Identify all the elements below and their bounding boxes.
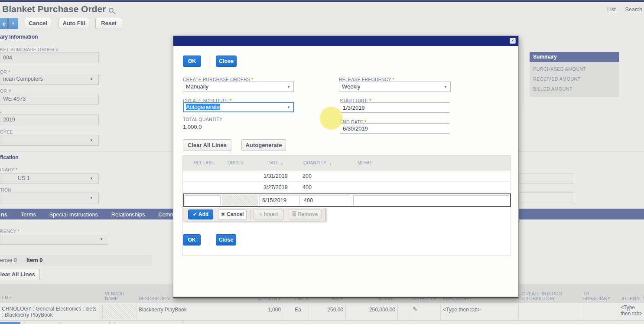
schedule-row[interactable]: 1/31/2019 200: [183, 170, 511, 182]
currency-select[interactable]: [0, 234, 108, 245]
clear-all-lines-button-bg[interactable]: lear All Lines: [0, 269, 40, 280]
col-quantity: QUANTITY: [303, 160, 326, 165]
tab-relationships[interactable]: Relationships: [111, 211, 145, 218]
field-label-vendor-number: OR #: [0, 88, 11, 94]
clear-all-lines-button[interactable]: Clear All Lines: [183, 139, 231, 151]
modal-close-button-top[interactable]: Close: [216, 56, 237, 67]
tab-items[interactable]: ns: [1, 211, 7, 218]
list-link[interactable]: List: [607, 7, 615, 13]
cancel-row-button[interactable]: ✖ Cancel: [218, 209, 247, 219]
employee-select[interactable]: [0, 135, 99, 146]
edit-order-cell-locked: [222, 195, 258, 206]
modal-ok-button-bottom[interactable]: OK: [183, 234, 201, 245]
right-bg-input[interactable]: [520, 173, 574, 184]
summary-row-billed-amount: BILLED AMOUNT: [533, 86, 615, 92]
summary-row-received-amount: RECEIVED AMOUNT: [533, 76, 615, 82]
cell-divider: [137, 304, 137, 321]
cell-divider: [440, 304, 441, 321]
cell-divider: [397, 304, 398, 321]
col-journal: JOURNAL #: [621, 296, 644, 301]
location-select[interactable]: [0, 193, 99, 203]
modal-ok-button-top[interactable]: OK: [183, 56, 201, 67]
section-primary-information: ary Information: [0, 34, 38, 40]
edit-quantity-input[interactable]: [301, 195, 350, 205]
search-link[interactable]: Search: [625, 7, 642, 13]
vendor-number-input[interactable]: WE-4973: [0, 94, 99, 105]
col-order: ORDER: [228, 160, 244, 165]
required-asterisk: *: [16, 167, 17, 172]
cell-journal[interactable]: <Type then tab>: [621, 304, 644, 317]
date-input[interactable]: 2019: [0, 115, 99, 125]
button-divider: [209, 56, 209, 67]
autogenerate-button[interactable]: Autogenerate: [241, 139, 286, 151]
bottom-button-top[interactable]: [62, 322, 110, 324]
edit-release-input[interactable]: [185, 195, 221, 205]
col-to-subsidiary: TO SUBSIDIARY: [583, 291, 613, 301]
save-button-partial[interactable]: e: [0, 18, 8, 29]
create-purchase-orders-select[interactable]: Manually: [183, 82, 294, 92]
tab-special-instructions[interactable]: Special Instructions: [49, 211, 98, 218]
bottom-button-top-blue[interactable]: [0, 322, 20, 324]
field-label-bpo-number: KET PURCHASE ORDER #: [0, 47, 59, 52]
subtab-expense[interactable]: ense 0: [0, 257, 17, 263]
modal-close-x-button[interactable]: ×: [510, 38, 516, 44]
col-vendor-name: VENDOR NAME: [105, 291, 135, 301]
modal-close-button-bottom[interactable]: Close: [216, 234, 236, 245]
add-row-button[interactable]: ✔ Add: [188, 209, 213, 219]
field-label-employee: OYEE: [0, 129, 13, 134]
col-date: DATE: [267, 160, 279, 165]
cell-purchases[interactable]: <Type then tab>: [443, 307, 481, 313]
reset-button[interactable]: Reset: [95, 18, 122, 29]
subtab-strip: [0, 255, 152, 266]
cell-description: Blackberry PlayBook: [139, 307, 187, 313]
cell-rate: 250.00: [311, 307, 343, 313]
auto-fill-button[interactable]: Auto Fill: [59, 18, 89, 29]
bottom-button-top[interactable]: [24, 322, 60, 324]
col-item: EM: [2, 295, 9, 300]
cell-divider: [581, 304, 581, 321]
action-divider: [250, 209, 251, 219]
item-table-row[interactable]: CHNOLOGY : General Electronics : blets :…: [0, 304, 644, 321]
vendor-select[interactable]: rican Computers: [0, 74, 99, 85]
bottom-button-top[interactable]: [114, 322, 182, 324]
modal-title-bar[interactable]: ×: [173, 36, 518, 46]
end-date-input[interactable]: [340, 123, 450, 134]
edit-schedule-pencil-icon[interactable]: ✎: [413, 306, 417, 312]
schedule-edit-row[interactable]: [183, 193, 511, 207]
release-frequency-select[interactable]: Weekly: [339, 82, 451, 92]
create-schedule-select-focused[interactable]: Autogenerate: [183, 102, 294, 112]
search-icon[interactable]: [109, 8, 114, 13]
cell-divider: [309, 304, 309, 321]
click-highlight-circle: [320, 107, 343, 130]
tab-terms[interactable]: Terms: [21, 211, 36, 218]
subtab-item[interactable]: Item 0: [26, 257, 43, 263]
topbar-links: ListSearch: [607, 7, 642, 13]
cell-item: CHNOLOGY : General Electronics : blets :…: [2, 306, 99, 318]
cancel-button[interactable]: Cancel: [25, 18, 51, 29]
edit-date-input[interactable]: [259, 195, 300, 205]
col-release: RELEASE: [194, 160, 215, 165]
right-bg-input[interactable]: [520, 192, 574, 203]
field-label-currency: RENCY: [0, 229, 16, 234]
cell-vendor-name-locked: [99, 304, 136, 319]
cell-divider: [618, 304, 618, 321]
save-dropdown-button[interactable]: ▼: [8, 18, 18, 29]
cell-quantity: 400: [302, 184, 312, 190]
required-asterisk: *: [18, 229, 20, 234]
required-asterisk: *: [330, 163, 332, 168]
required-asterisk: *: [10, 296, 12, 300]
edit-memo-input[interactable]: [353, 195, 509, 205]
remove-row-button-disabled[interactable]: Remove: [289, 209, 322, 219]
start-date-input[interactable]: [340, 102, 450, 113]
summary-divider-line: [524, 49, 524, 105]
cell-divider: [518, 304, 519, 321]
check-icon: ✔: [193, 211, 197, 217]
subsidiary-select[interactable]: US 1: [0, 173, 99, 184]
trash-icon: [293, 213, 296, 216]
insert-row-button-disabled[interactable]: + Insert: [254, 209, 284, 219]
bpo-number-input[interactable]: 004: [0, 52, 99, 63]
schedule-row[interactable]: 3/27/2019 400: [183, 182, 511, 193]
col-create-interco-distribution: CREATE INTERCO DISTRIBUTION: [522, 291, 574, 301]
plus-icon: +: [259, 211, 262, 217]
cell-quantity: 200: [302, 173, 312, 179]
